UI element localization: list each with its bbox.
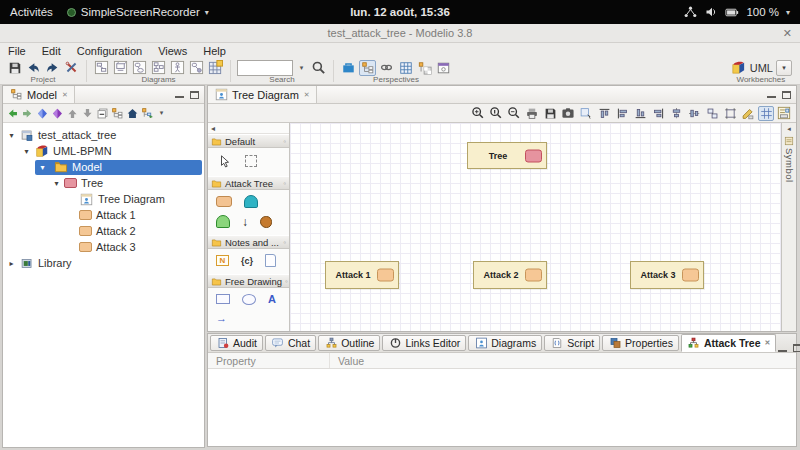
palette-collapse-button[interactable]: ◂ [211, 124, 215, 133]
palette-section-default[interactable]: Default ◦ [208, 134, 289, 148]
tab-attack-tree[interactable]: Attack Tree ✕ [681, 334, 777, 352]
attack-node-tool[interactable] [216, 196, 232, 207]
column-value[interactable]: Value [330, 355, 364, 367]
home-button[interactable] [125, 106, 139, 120]
diagram-canvas[interactable]: Tree Attack 1 Attack 2 Attack 3 [290, 123, 781, 331]
pin-icon[interactable]: ◦ [283, 137, 286, 146]
align-top-button[interactable] [596, 106, 612, 121]
undo-button[interactable] [25, 60, 42, 76]
diagram-node-attack2[interactable]: Attack 2 [473, 261, 547, 289]
property-table-body[interactable] [208, 369, 796, 446]
fit-selection-button[interactable] [578, 106, 594, 121]
constraint-tool[interactable]: {c} [241, 256, 253, 266]
window-title-bar[interactable]: test_attack_tree - Modelio 3.8 ✕ [0, 24, 800, 43]
clock[interactable]: lun. 12 août, 15:36 [350, 0, 450, 24]
close-icon[interactable]: ✕ [62, 91, 68, 99]
window-close-button[interactable]: ✕ [783, 24, 792, 43]
tab-script[interactable]: Script [544, 335, 600, 351]
pin-icon[interactable]: ◦ [283, 238, 286, 247]
marquee-selection-tool[interactable] [245, 155, 257, 167]
center-vertically-button[interactable] [668, 106, 684, 121]
align-bottom-button[interactable] [632, 106, 648, 121]
pin-icon[interactable]: ◦ [285, 277, 288, 286]
maximize-panel-button[interactable] [793, 344, 800, 352]
close-icon[interactable]: ✕ [765, 339, 771, 347]
links-perspective-button[interactable] [378, 60, 395, 76]
pin-icon[interactable]: ◦ [283, 179, 286, 188]
style-editor-button[interactable] [740, 106, 756, 121]
close-icon[interactable]: ✕ [304, 91, 310, 99]
diagram-node-tree[interactable]: Tree [467, 142, 547, 169]
workbench-dropdown-button[interactable]: ▾ [776, 60, 792, 76]
nav-up-button[interactable] [65, 106, 79, 120]
expander-icon[interactable]: ▸ [5, 259, 18, 268]
minimize-panel-button[interactable] [767, 91, 776, 98]
menu-edit[interactable]: Edit [34, 45, 69, 57]
tree-row-diagram[interactable]: Tree Diagram [3, 191, 204, 207]
matrix-perspective-button[interactable] [397, 60, 414, 76]
zoom-out-button[interactable] [506, 106, 522, 121]
link-with-editor-button[interactable] [110, 106, 124, 120]
diagram-node-attack3[interactable]: Attack 3 [630, 261, 704, 289]
print-button[interactable] [524, 106, 540, 121]
expander-icon[interactable]: ▾ [20, 147, 33, 156]
expander-icon[interactable]: ▾ [36, 163, 49, 172]
focused-app-menu[interactable]: SimpleScreenRecorder ▾ [67, 6, 209, 18]
project-perspective-button[interactable] [340, 60, 357, 76]
nav-forward-button[interactable] [20, 106, 34, 120]
new-usecase-diagram-button[interactable] [169, 60, 186, 76]
tree-row-attack2[interactable]: Attack 2 [3, 223, 204, 239]
expander-icon[interactable]: ▾ [50, 179, 63, 188]
view-menu-button[interactable]: ▾ [155, 105, 168, 121]
toggle-grid-button[interactable] [758, 106, 774, 121]
zoom-original-button[interactable] [488, 106, 504, 121]
maximize-panel-button[interactable] [190, 91, 199, 99]
symbol-side-tab[interactable]: ◂ Symbol [781, 123, 796, 331]
tree-row-attack3[interactable]: Attack 3 [3, 239, 204, 255]
tree-row-library[interactable]: ▸ Library [3, 255, 204, 271]
collapse-all-button[interactable] [95, 106, 109, 120]
tree-row-project[interactable]: ▾ test_attack_tree [3, 127, 204, 143]
new-state-diagram-button[interactable] [188, 60, 205, 76]
tree-row-module[interactable]: ▾ UML-BPMN [3, 143, 204, 159]
zoom-in-button[interactable] [470, 106, 486, 121]
same-size-button[interactable] [704, 106, 720, 121]
search-input[interactable] [237, 60, 293, 76]
tab-properties[interactable]: Properties [602, 335, 679, 351]
or-gate-tool[interactable] [216, 215, 230, 228]
collapse-left-icon[interactable]: ◂ [787, 125, 791, 133]
diagram-node-attack1[interactable]: Attack 1 [325, 261, 399, 289]
tab-audit[interactable]: Audit [210, 335, 263, 351]
new-matrix-button[interactable] [207, 60, 224, 76]
configure-tools-button[interactable] [63, 60, 80, 76]
model-matrix-perspective-button[interactable] [416, 60, 433, 76]
column-property[interactable]: Property [208, 353, 330, 368]
palette-section-notes[interactable]: Notes and ... ◦ [208, 235, 289, 249]
new-activity-diagram-button[interactable] [131, 60, 148, 76]
tab-chat[interactable]: Chat [265, 335, 316, 351]
system-status-area[interactable]: 100 % ▾ [683, 5, 800, 19]
tree-settings-button[interactable] [140, 106, 154, 120]
save-button[interactable] [6, 60, 23, 76]
nav-down-button[interactable] [80, 106, 94, 120]
menu-views[interactable]: Views [150, 45, 195, 57]
tab-outline[interactable]: Outline [318, 335, 380, 351]
model-panel-tab[interactable]: Model ✕ [3, 86, 75, 103]
tab-diagrams[interactable]: Diagrams [468, 335, 542, 351]
align-left-button[interactable] [614, 106, 630, 121]
draw-line-tool[interactable]: → [216, 312, 227, 324]
draw-ellipse-tool[interactable] [242, 294, 256, 305]
tree-row-model[interactable]: ▾ Model [3, 159, 204, 175]
menu-help[interactable]: Help [195, 45, 234, 57]
maximize-panel-button[interactable] [782, 91, 791, 99]
note-tool[interactable]: N [216, 255, 229, 266]
tab-links-editor[interactable]: Links Editor [382, 335, 466, 351]
new-class-diagram-button[interactable] [93, 60, 110, 76]
nav-previous-selection-button[interactable] [35, 106, 49, 120]
search-icon[interactable] [310, 60, 327, 76]
align-right-button[interactable] [650, 106, 666, 121]
draw-text-tool[interactable]: A [268, 293, 276, 305]
nav-next-selection-button[interactable] [50, 106, 64, 120]
palette-section-attack-tree[interactable]: Attack Tree ◦ [208, 176, 289, 190]
auto-size-button[interactable] [722, 106, 738, 121]
